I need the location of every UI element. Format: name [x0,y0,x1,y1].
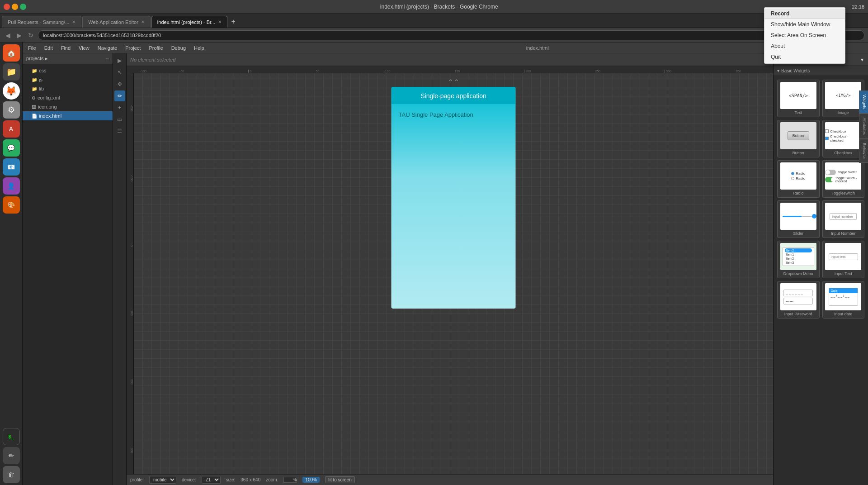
widget-text[interactable]: <SPAN/> Text [777,80,820,117]
folder-icon: 📁 [32,68,37,73]
checkbox-widget-icon: Checkbox Checkbox - checked [825,129,861,143]
dock-app3-icon[interactable]: 📧 [3,158,20,176]
side-tab-behavior[interactable]: Behavior [859,139,868,163]
menu-project[interactable]: Project [122,44,144,52]
tab-web-app-editor[interactable]: Web Application Editor ✕ [82,16,150,28]
ruler-vertical: -200 -100 0 100 200 300 [127,73,134,485]
widgets-grid: <SPAN/> Text <IMG/> Image [774,76,868,322]
toolbar-edit-button[interactable]: ✏ [114,90,125,101]
side-tab-attributes[interactable]: Attributes [859,114,868,139]
widget-image[interactable]: <IMG/> Image [822,80,865,117]
window-close-button[interactable] [4,4,10,10]
widget-checkbox[interactable]: Checkbox Checkbox - checked Checkbox [822,120,865,157]
widget-dropdown[interactable]: Item2 Item1 Item2 Item3 Dropdown Menu [777,241,820,278]
dock-browser-icon[interactable]: 🦊 [3,82,20,100]
canvas-area: No element selected -100 -50 0 50 100 15… [127,53,773,485]
tab-pull-requests[interactable]: Pull Requests - Samsung/... ✕ [2,16,81,28]
file-item-config[interactable]: ⚙ config.xml [23,93,113,102]
dropdown-widget-icon: Item2 Item1 Item2 Item3 [783,247,814,266]
toolbar-move-button[interactable]: ✥ [114,79,125,90]
canvas-viewport[interactable]: ⌃⌃ Single-page application TAU Single Pa… [134,73,773,485]
widget-input-date[interactable]: Date _ _ / _ _ / _ _ Input date [822,281,865,319]
html-icon: 📄 [32,114,37,119]
device-select[interactable]: Z1 [202,476,221,484]
fit-screen-button[interactable]: fit to screen [325,476,355,483]
widget-slider[interactable]: Slider [777,200,820,238]
window-minimize-button[interactable] [12,4,18,10]
dock-settings-icon[interactable]: ⚙ [3,101,20,119]
folder-icon: 📁 [32,77,37,82]
toolbar-list-button[interactable]: ☰ [114,126,125,137]
dock-trash-icon[interactable]: 🗑 [3,466,20,483]
toolbar-cursor-button[interactable]: ↖ [114,67,125,78]
tab-close-button[interactable]: ✕ [141,19,145,24]
canvas-body: -200 -100 0 100 200 300 ⌃⌃ [127,73,773,485]
selected-element-label: No element selected [130,57,175,62]
widgets-panel: Widgets ▾ ▾ Basic Widgets <SPAN/> Text [773,53,868,485]
menu-help[interactable]: Help [190,44,208,52]
widget-dropdown-preview: Item2 Item1 Item2 Item3 [780,243,816,270]
window-controls[interactable] [4,4,26,10]
zoom-value-button[interactable]: 100% [302,477,320,483]
menu-edit[interactable]: Edit [41,44,57,52]
profile-select[interactable]: mobile [149,476,176,484]
dock-app2-icon[interactable]: 💬 [3,139,20,157]
browser-titlebar: index.html (projects) - Brackets - Googl… [0,0,868,14]
scroll-up-arrow[interactable]: ⌃⌃ [448,78,459,86]
dock-terminal-icon[interactable]: $_ [3,428,20,445]
new-tab-button[interactable]: + [228,17,238,27]
widget-toggleswitch[interactable]: Toggle Switch Toggle Switch - checked [822,160,865,198]
dock-files-icon[interactable]: 📁 [3,63,20,81]
widget-input-password[interactable]: _ _ _ _ _ _ •••••• Input Password [777,281,820,319]
widget-image-label: Image [838,110,849,115]
dock-app5-icon[interactable]: 🎨 [3,196,20,214]
file-tree-collapse[interactable]: ≡ [106,56,109,62]
widget-input-number[interactable]: input number Input Number [822,200,865,238]
widget-input-text[interactable]: input text Input Text [822,241,865,278]
widget-input-password-preview: _ _ _ _ _ _ •••••• [780,283,816,310]
back-button[interactable]: ◀ [4,31,12,40]
file-tree: projects ▸ ≡ 📁 css 📁 js 📁 lib [23,53,113,485]
size-label: size: [226,477,236,482]
widget-radio[interactable]: Radio Radio Radio [777,160,820,198]
file-item-icon[interactable]: 🖼 icon.png [23,102,113,111]
zoom-input[interactable] [283,477,297,483]
toolbar-play-button[interactable]: ▶ [114,55,125,66]
file-item-css[interactable]: 📁 css [23,66,113,75]
context-menu-select-area[interactable]: Select Area On Screen [764,30,845,41]
widget-button[interactable]: Button Button [777,120,820,157]
context-menu-about[interactable]: About [764,41,845,52]
reload-button[interactable]: ↻ [26,31,35,40]
menu-profile[interactable]: Profile [145,44,166,52]
file-item-index[interactable]: 📄 index.html [23,111,113,120]
menu-view[interactable]: View [75,44,93,52]
forward-button[interactable]: ▶ [15,31,24,40]
side-tab-widgets[interactable]: Widgets [859,90,868,114]
menu-file[interactable]: File [24,44,40,52]
panel-collapse[interactable]: ▾ [861,57,863,63]
window-maximize-button[interactable] [20,4,26,10]
tab-close-button[interactable]: ✕ [72,19,75,24]
file-item-js[interactable]: 📁 js [23,75,113,84]
dock-app1-icon[interactable]: A [3,120,20,138]
url-input[interactable] [38,30,864,40]
menu-debug[interactable]: Debug [168,44,189,52]
dock-home-icon[interactable]: 🏠 [3,44,20,62]
menu-navigate[interactable]: Navigate [94,44,121,52]
file-name: lib [39,86,44,91]
dock-draw-icon[interactable]: ✏ [3,447,20,464]
menu-find[interactable]: Find [57,44,74,52]
file-item-lib[interactable]: 📁 lib [23,84,113,93]
folder-icon: 📁 [32,86,37,91]
context-menu-show-hide[interactable]: Show/hide Main Window [764,19,845,30]
tab-index-html[interactable]: index.html (projects) - Br... ✕ [151,16,227,28]
widget-checkbox-label: Checkbox [834,151,852,155]
widget-input-number-label: Input Number [831,231,856,236]
dock-app4-icon[interactable]: 👤 [3,177,20,195]
widget-image-preview: <IMG/> [825,82,861,109]
tab-close-button[interactable]: ✕ [218,19,222,24]
toolbar-frame-button[interactable]: ▭ [114,114,125,125]
widget-checkbox-preview: Checkbox Checkbox - checked [825,122,861,149]
context-menu-quit[interactable]: Quit [764,52,845,62]
toolbar-plus-button[interactable]: + [114,102,125,113]
